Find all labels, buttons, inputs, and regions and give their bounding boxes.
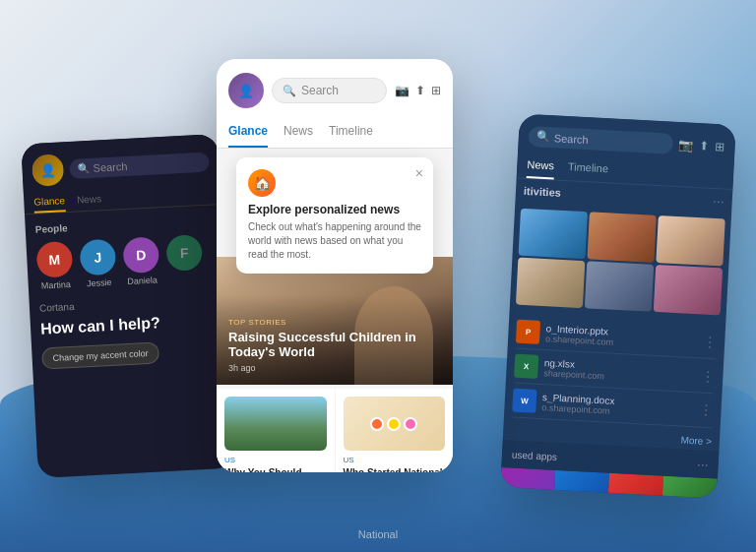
share-icon[interactable]: ⬆ — [415, 84, 425, 97]
person-name-daniela: Daniela — [127, 275, 158, 286]
phone-middle-header: 👤 🔍 Search 📷 ⬆ ⊞ — [217, 59, 453, 116]
tab-news-left[interactable]: News — [77, 193, 102, 211]
person-martina[interactable]: M Martina — [36, 241, 75, 291]
accent-color-button[interactable]: Change my accent color — [41, 342, 159, 370]
news-small-card-1[interactable]: US Why You Should Adopt A Shelter Animal — [217, 389, 335, 472]
tooltip-title: Explore personalized news — [248, 203, 421, 216]
news-small-title-2: Who Started National Doughnut Day? — [344, 466, 446, 472]
file-menu-1[interactable]: ⋮ — [703, 334, 718, 350]
file-icon-docx: W — [512, 389, 536, 413]
phone-middle: 👤 🔍 Search 📷 ⬆ ⊞ Glance News Timeline 🏠 … — [217, 59, 453, 472]
tab-timeline-right[interactable]: Timeline — [567, 154, 608, 182]
grid-icon-right[interactable]: ⊞ — [715, 139, 725, 153]
file-info-1: o_Interior.pptx o.sharepoint.com — [545, 323, 698, 351]
news-small-title-1: Why You Should Adopt A Shelter Animal — [224, 466, 327, 472]
activities-menu-icon[interactable]: ··· — [713, 193, 724, 210]
phone-middle-search-text: Search — [301, 84, 339, 97]
img-cell-4[interactable] — [516, 258, 585, 308]
person-f[interactable]: F — [165, 234, 204, 284]
cortana-label: Cortana — [39, 293, 217, 313]
search-icon-right: 🔍 — [536, 130, 551, 144]
tooltip-icon: 🏠 — [248, 169, 276, 197]
tab-glance-middle[interactable]: Glance — [228, 116, 268, 148]
file-icon-xlsx: X — [514, 354, 538, 379]
news-main-content: TOP STORIES Raising Successful Children … — [228, 318, 441, 373]
cortana-section: Cortana How can I help? Change my accent… — [39, 293, 220, 370]
bottom-label-text: used apps — [512, 449, 558, 461]
tooltip-close-button[interactable]: × — [415, 165, 423, 181]
phone-middle-avatar: 👤 — [228, 73, 264, 108]
bottom-menu-icon[interactable]: ··· — [697, 456, 709, 472]
person-daniela[interactable]: D Daniela — [122, 236, 160, 286]
news-main-time: 3h ago — [228, 363, 441, 373]
tab-timeline-middle[interactable]: Timeline — [329, 116, 373, 148]
phone-middle-header-icons: 📷 ⬆ ⊞ — [395, 84, 441, 97]
phone-right-search-text: Search — [554, 132, 589, 146]
phone-middle-search[interactable]: 🔍 Search — [272, 78, 387, 103]
img-cell-1[interactable] — [519, 209, 588, 259]
news-main-title: Raising Successful Children in Today's W… — [228, 330, 441, 360]
national-text: National — [358, 528, 398, 540]
phone-right: 🔍 Search 📷 ⬆ ⊞ News Timeline itivities ·… — [500, 114, 736, 499]
news-img-1 — [224, 397, 327, 451]
person-jessie[interactable]: J Jessie — [79, 239, 117, 289]
camera-icon[interactable]: 📷 — [395, 84, 410, 97]
news-small-row: US Why You Should Adopt A Shelter Animal… — [217, 385, 453, 472]
news-label-1: US — [224, 456, 327, 464]
tooltip-text: Check out what's happening around the wo… — [248, 220, 421, 262]
news-category: TOP STORIES — [228, 318, 441, 327]
share-icon-right[interactable]: ⬆ — [699, 139, 710, 153]
img-cell-2[interactable] — [587, 212, 656, 262]
tab-news-middle[interactable]: News — [284, 116, 313, 148]
file-list: P o_Interior.pptx o.sharepoint.com ⋮ X n… — [504, 310, 726, 432]
phone-left: 👤 🔍 Search Glance News People M Martina … — [21, 134, 235, 478]
search-icon: 🔍 — [77, 162, 90, 174]
file-icon-pptx: P — [516, 320, 540, 344]
camera-icon-right[interactable]: 📷 — [678, 138, 694, 153]
news-tooltip-popup: 🏠 Explore personalized news Check out wh… — [236, 157, 433, 274]
phone-left-avatar: 👤 — [32, 153, 65, 187]
people-row: M Martina J Jessie D Daniela F — [36, 233, 216, 290]
news-main-card[interactable]: TOP STORIES Raising Successful Children … — [217, 257, 453, 385]
img-cell-5[interactable] — [585, 261, 654, 311]
news-img-2 — [344, 397, 446, 451]
file-info-3: s_Planning.docx o.sharepoint.com — [541, 392, 694, 420]
file-menu-3[interactable]: ⋮ — [699, 401, 714, 418]
person-avatar-jessie: J — [79, 239, 116, 276]
cortana-question: How can I help? — [40, 310, 219, 338]
image-grid — [510, 202, 731, 321]
person-avatar-daniela: D — [122, 236, 159, 274]
phone-left-search-text: Search — [93, 160, 127, 174]
phone-left-content: People M Martina J Jessie D Daniela F Co… — [25, 205, 230, 380]
phone-middle-tabs: Glance News Timeline — [217, 116, 453, 149]
img-cell-3[interactable] — [656, 215, 724, 266]
file-menu-2[interactable]: ⋮ — [701, 368, 716, 385]
news-label-2: US — [344, 456, 446, 464]
person-name-jessie: Jessie — [87, 277, 112, 288]
tab-glance-left[interactable]: Glance — [33, 195, 66, 214]
news-small-card-2[interactable]: US Who Started National Doughnut Day? — [336, 389, 454, 472]
phone-right-header-icons: 📷 ⬆ ⊞ — [678, 138, 725, 153]
tab-news-right[interactable]: News — [527, 153, 555, 179]
person-name-martina: Martina — [41, 279, 71, 291]
phone-left-search[interactable]: 🔍 Search — [69, 152, 210, 178]
activities-title: itivities — [524, 185, 561, 199]
file-info-2: ng.xlsx sharepoint.com — [543, 357, 696, 386]
person-avatar-martina: M — [36, 241, 74, 278]
phone-right-search[interactable]: 🔍 Search — [528, 126, 673, 154]
people-section-title: People — [35, 215, 213, 234]
person-avatar-f: F — [165, 234, 203, 272]
img-cell-6[interactable] — [654, 265, 723, 315]
search-icon-middle: 🔍 — [283, 85, 296, 97]
grid-icon[interactable]: ⊞ — [431, 84, 441, 97]
